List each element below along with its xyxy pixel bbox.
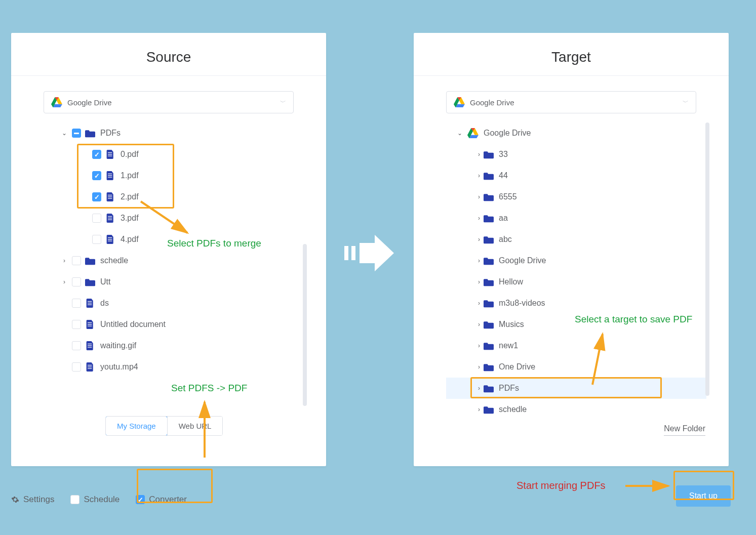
tree-folder[interactable]: ›aa [446, 208, 706, 229]
checkbox[interactable] [92, 150, 101, 159]
tree-label: new1 [499, 341, 518, 350]
caret-right-icon[interactable]: › [474, 193, 484, 200]
tree-folder[interactable]: ›Musics [446, 314, 706, 335]
tree-label: youtu.mp4 [100, 362, 138, 372]
caret-right-icon[interactable]: › [474, 278, 484, 285]
file-icon [85, 299, 95, 308]
caret-right-icon[interactable]: › [474, 321, 484, 328]
source-drive-dropdown[interactable]: Google Drive ﹀ [44, 91, 294, 113]
tree-file-0pdf[interactable]: › 0.pdf [44, 144, 304, 165]
tree-folder-pdfs[interactable]: ⌄ PDFs [44, 122, 304, 144]
tree-folder[interactable]: ›m3u8-videos [446, 293, 706, 314]
tree-file-2pdf[interactable]: › 2.pdf [44, 186, 304, 208]
caret-right-icon[interactable]: › [474, 151, 484, 158]
tree-folder[interactable]: ›Google Drive [446, 250, 706, 271]
tree-label: schedle [100, 256, 128, 265]
checkbox[interactable] [72, 277, 81, 286]
caret-right-icon[interactable]: › [474, 215, 484, 222]
svg-rect-0 [108, 152, 112, 153]
tree-folder[interactable]: ›schedle [446, 399, 706, 420]
tree-folder[interactable]: ›One Drive [446, 356, 706, 378]
tree-folder[interactable]: ›6555 [446, 186, 706, 208]
tree-folder-utt[interactable]: › Utt [44, 271, 304, 293]
tab-web-url[interactable]: Web URL [167, 417, 223, 435]
svg-rect-29 [344, 246, 348, 260]
checkbox[interactable] [72, 362, 81, 372]
tree-label: 6555 [499, 192, 517, 201]
tree-file-ds[interactable]: › ds [44, 293, 304, 314]
checkbox[interactable] [72, 341, 81, 350]
schedule-label: Schedule [84, 495, 120, 505]
new-folder-button[interactable]: New Folder [664, 424, 705, 436]
tree-folder[interactable]: ›33 [446, 144, 706, 165]
caret-right-icon[interactable]: › [60, 278, 69, 285]
tree-label: PDFs [499, 384, 519, 393]
caret-right-icon[interactable]: › [474, 363, 484, 371]
tree-file-untitled[interactable]: › Untitled document [44, 314, 304, 335]
converter-toggle[interactable]: Converter [136, 495, 187, 505]
tree-folder[interactable]: ›new1 [446, 335, 706, 356]
checkbox[interactable] [72, 320, 81, 329]
svg-rect-4 [108, 175, 112, 176]
tree-file-4pdf[interactable]: › 4.pdf [44, 229, 304, 250]
tab-my-storage[interactable]: My Storage [105, 416, 168, 436]
caret-down-icon[interactable]: ⌄ [60, 130, 69, 137]
schedule-toggle[interactable]: Schedule [70, 495, 120, 505]
tree-folder[interactable]: ›PDFs [446, 378, 706, 399]
converter-label: Converter [149, 495, 187, 505]
folder-icon [484, 171, 494, 180]
caret-right-icon[interactable]: › [60, 257, 69, 264]
scrollbar[interactable] [303, 244, 307, 406]
caret-right-icon[interactable]: › [474, 172, 484, 179]
target-drive-dropdown[interactable]: Google Drive ﹀ [446, 91, 696, 113]
caret-right-icon[interactable]: › [474, 257, 484, 264]
folder-icon [484, 150, 494, 159]
source-tabs: My Storage Web URL [105, 416, 223, 436]
caret-right-icon[interactable]: › [474, 300, 484, 307]
tree-folder[interactable]: ›44 [446, 165, 706, 186]
checkbox[interactable] [72, 299, 81, 308]
tree-file-waiting[interactable]: › waiting.gif [44, 335, 304, 356]
tree-file-1pdf[interactable]: › 1.pdf [44, 165, 304, 186]
checkbox[interactable] [72, 256, 81, 265]
tree-label: 2.pdf [121, 192, 139, 201]
svg-rect-3 [108, 174, 112, 174]
arrow-icon [623, 480, 673, 492]
caret-down-icon[interactable]: ⌄ [455, 130, 464, 137]
svg-rect-25 [88, 366, 92, 367]
caret-right-icon[interactable]: › [474, 406, 484, 413]
checkbox[interactable] [92, 192, 101, 201]
svg-rect-22 [88, 345, 92, 346]
caret-right-icon[interactable]: › [474, 342, 484, 349]
checkbox[interactable] [92, 214, 101, 223]
folder-icon [484, 362, 494, 372]
file-icon [105, 235, 115, 244]
tree-root-gdrive[interactable]: ⌄ Google Drive [446, 122, 706, 144]
tree-label: One Drive [499, 362, 535, 372]
checkbox[interactable] [92, 235, 101, 244]
svg-rect-26 [88, 368, 92, 368]
checkbox[interactable] [92, 171, 101, 180]
settings-button[interactable]: Settings [11, 495, 54, 505]
caret-right-icon[interactable]: › [474, 236, 484, 243]
checkbox[interactable] [70, 495, 79, 504]
tree-label: abc [499, 235, 512, 244]
tree-file-3pdf[interactable]: › 3.pdf [44, 208, 304, 229]
tree-file-youtu[interactable]: › youtu.mp4 [44, 356, 304, 378]
file-icon [105, 150, 115, 159]
tree-folder[interactable]: ›Hellow [446, 271, 706, 293]
svg-rect-9 [108, 216, 112, 217]
tree-folder-schedle[interactable]: › schedle [44, 250, 304, 271]
svg-rect-30 [351, 246, 355, 260]
tree-label: ds [100, 299, 109, 308]
start-up-button[interactable]: Start up [676, 485, 731, 507]
target-dropdown-label: Google Drive [470, 98, 514, 107]
tree-label: Hellow [499, 277, 523, 286]
svg-rect-18 [88, 322, 92, 323]
tree-folder[interactable]: ›abc [446, 229, 706, 250]
caret-right-icon[interactable]: › [474, 385, 484, 392]
checkbox-indeterminate[interactable] [72, 129, 81, 138]
scrollbar[interactable] [705, 122, 709, 396]
checkbox[interactable] [136, 495, 145, 504]
svg-rect-15 [88, 301, 92, 302]
